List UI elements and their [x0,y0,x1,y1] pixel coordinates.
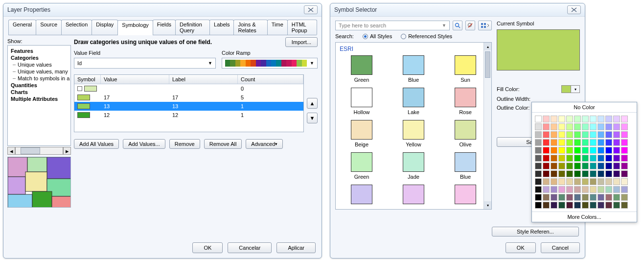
ok-button[interactable]: OK [192,242,223,253]
cancel-button[interactable]: Cancel [541,242,580,253]
palette-color[interactable] [535,116,542,122]
symbol-item[interactable]: Blue [443,152,487,180]
palette-color[interactable] [605,186,612,193]
palette-color[interactable] [613,170,620,177]
palette-color[interactable] [598,131,604,138]
palette-color[interactable] [590,123,597,130]
palette-color[interactable] [566,131,573,138]
palette-color[interactable] [558,178,565,185]
import-button[interactable]: Import... [285,37,318,47]
palette-color[interactable] [613,186,620,193]
palette-color[interactable] [574,186,581,193]
palette-color[interactable] [543,147,550,154]
palette-color[interactable] [598,170,604,177]
palette-color[interactable] [621,155,628,162]
cancel-button[interactable]: Cancelar [228,242,272,253]
table-row[interactable]: 12121 [74,111,303,119]
palette-color[interactable] [613,123,620,130]
col-value[interactable]: Value [101,75,169,84]
symbol-item[interactable]: Beige [340,120,384,147]
palette-color[interactable] [535,139,542,146]
palette-color[interactable] [574,202,581,209]
palette-color[interactable] [598,147,604,154]
palette-color[interactable] [558,186,565,193]
palette-color[interactable] [535,131,542,138]
add-all-values-button[interactable]: Add All Values [74,139,119,149]
palette-color[interactable] [566,194,573,201]
palette-color[interactable] [598,155,604,162]
palette-color[interactable] [582,170,589,177]
palette-color[interactable] [621,123,628,130]
palette-color[interactable] [535,147,542,154]
palette-color[interactable] [535,155,542,162]
palette-color[interactable] [558,131,565,138]
palette-color[interactable] [551,147,557,154]
radio-all-styles[interactable]: All Styles [363,33,392,39]
palette-color[interactable] [551,123,557,130]
radio-referenced-styles[interactable]: Referenced Styles [401,33,452,39]
palette-color[interactable] [566,139,573,146]
palette-color[interactable] [605,139,612,146]
palette-color[interactable] [590,147,597,154]
palette-color[interactable] [590,194,597,201]
palette-color[interactable] [621,186,628,193]
palette-color[interactable] [598,186,604,193]
palette-color[interactable] [621,170,628,177]
checkbox-icon[interactable] [77,86,82,91]
tree-item-match-symbols[interactable]: Match to symbols in a [9,75,69,82]
advanced-button[interactable]: Advanced [246,139,283,149]
tab-display[interactable]: Display [92,20,118,35]
symbol-swatch[interactable] [84,86,97,92]
tree-item-quantities[interactable]: Quantities [9,82,69,89]
palette-color[interactable] [535,163,542,169]
symbol-item[interactable]: Sun [443,55,487,83]
palette-color[interactable] [566,186,573,193]
color-ramp-select[interactable]: ▼ [222,58,318,69]
tab-labels[interactable]: Labels [209,20,234,35]
palette-color[interactable] [551,131,557,138]
reset-search-icon[interactable] [465,21,475,30]
palette-color[interactable] [590,202,597,209]
palette-color[interactable] [613,116,620,122]
palette-color[interactable] [582,163,589,169]
palette-color[interactable] [574,131,581,138]
symbol-item[interactable] [391,185,436,206]
view-mode-icon[interactable] [478,21,492,30]
palette-color[interactable] [590,178,597,185]
symbol-item[interactable]: Lake [391,88,436,115]
palette-color[interactable] [605,178,612,185]
symbol-item[interactable]: Green [340,55,384,83]
palette-color[interactable] [558,116,565,122]
palette-color[interactable] [566,147,573,154]
palette-color[interactable] [574,163,581,169]
palette-color[interactable] [582,178,589,185]
palette-color[interactable] [605,155,612,162]
palette-color[interactable] [566,123,573,130]
palette-color[interactable] [598,116,604,122]
tab-time[interactable]: Time [267,20,288,35]
palette-color[interactable] [582,155,589,162]
palette-color[interactable] [558,170,565,177]
palette-color[interactable] [613,178,620,185]
col-count[interactable]: Count [238,75,303,84]
palette-color[interactable] [535,194,542,201]
palette-color[interactable] [574,147,581,154]
palette-color[interactable] [558,163,565,169]
scroll-right-icon[interactable]: ▸ [63,147,71,155]
palette-color[interactable] [574,116,581,122]
palette-color[interactable] [590,131,597,138]
palette-color[interactable] [566,116,573,122]
palette-color[interactable] [543,170,550,177]
palette-color[interactable] [582,123,589,130]
col-symbol[interactable]: Symbol [74,75,101,84]
palette-color[interactable] [613,163,620,169]
fill-color-button[interactable]: ▾ [561,85,580,93]
palette-color[interactable] [558,123,565,130]
palette-color[interactable] [605,147,612,154]
symbol-item[interactable] [443,185,487,206]
palette-color[interactable] [582,202,589,209]
palette-color[interactable] [613,139,620,146]
palette-color[interactable] [543,186,550,193]
palette-color[interactable] [598,163,604,169]
symbol-item[interactable]: Jade [391,152,436,180]
